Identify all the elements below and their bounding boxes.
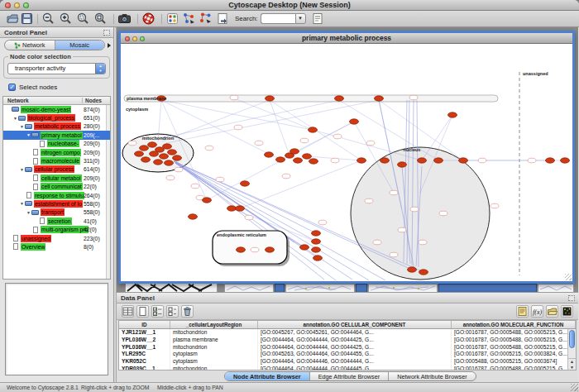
network-node[interactable] (418, 158, 427, 163)
tab-node-attribute-browser[interactable]: Node Attribute Browser (225, 372, 310, 380)
select-nodes-checkbox[interactable]: ✓ (8, 84, 16, 91)
tree-row-primary-metabol[interactable]: ▼primary metabol209(... (3, 131, 110, 139)
network-node[interactable] (203, 198, 212, 203)
window-resize-grip[interactable] (565, 274, 572, 280)
network-node-minor[interactable] (216, 177, 224, 182)
tab-network-attribute-browser[interactable]: Network Attribute Browser (389, 372, 475, 380)
network-node-minor[interactable] (490, 203, 499, 208)
network-node[interactable] (312, 239, 321, 244)
network-node[interactable] (434, 158, 443, 163)
column-header[interactable]: annotation.GO CELLULAR_COMPONENT (258, 321, 452, 328)
network-node[interactable] (189, 214, 198, 219)
network-node[interactable] (160, 154, 169, 159)
background-window-fragment[interactable] (438, 284, 537, 292)
network-node[interactable] (141, 157, 151, 162)
network-node[interactable] (290, 149, 299, 154)
network-node-minor[interactable] (439, 211, 447, 216)
network-node[interactable] (335, 96, 344, 101)
tree-row-macromolecule[interactable]: macromolecule311(0) (3, 156, 110, 165)
tree-row-establishment-of-lo[interactable]: ▼establishment of lo558(0) (3, 199, 110, 208)
zoom-out-icon[interactable] (41, 12, 55, 26)
tree-expander-icon[interactable]: ▼ (19, 201, 25, 206)
network-node[interactable] (375, 96, 384, 101)
network-node[interactable] (266, 247, 275, 252)
network-node[interactable] (398, 162, 407, 167)
zoom-fit-network-icon[interactable] (93, 12, 108, 26)
network-node[interactable] (312, 231, 321, 236)
function-builder-icon[interactable]: f(x) (531, 305, 543, 318)
background-window-fragment[interactable] (224, 284, 274, 292)
minimize-button[interactable] (14, 2, 20, 8)
network-node[interactable] (165, 160, 174, 165)
tree-column-network[interactable]: Network (7, 98, 29, 103)
open-file-icon[interactable] (6, 12, 20, 26)
network-node-minor[interactable] (205, 146, 213, 151)
tree-row-metabolic-process[interactable]: ▼metabolic process280(0) (3, 122, 110, 131)
tree-expander-icon[interactable]: ▼ (26, 210, 31, 215)
network-node-minor[interactable] (255, 141, 263, 146)
zoom-selected-region-icon[interactable] (76, 12, 90, 26)
tree-expander-icon[interactable]: ▼ (19, 124, 25, 129)
close-button[interactable] (125, 36, 130, 41)
table-scrollbar-arrows[interactable]: ▲▼ (568, 358, 576, 370)
network-node[interactable] (173, 155, 182, 160)
help-icon[interactable] (141, 12, 156, 26)
network-node[interactable] (380, 158, 390, 163)
network-node[interactable] (459, 158, 468, 163)
network-node-minor[interactable] (245, 215, 253, 220)
node-color-dropdown[interactable]: transporter activity ▲▼ (7, 63, 106, 74)
attribute-page-icon[interactable] (311, 12, 325, 26)
background-window-fragment[interactable] (275, 284, 285, 292)
network-node[interactable] (350, 119, 359, 124)
network-node[interactable] (561, 158, 570, 163)
network-node-minor[interactable] (318, 220, 327, 225)
network-node[interactable] (237, 247, 246, 252)
network-node[interactable] (135, 151, 144, 156)
tab-overflow-arrow-icon[interactable] (108, 43, 111, 48)
column-header[interactable]: _cellularLayoutRegion (170, 321, 258, 328)
import-attributes-icon[interactable] (546, 305, 558, 318)
network-node[interactable] (163, 144, 172, 149)
tree-row-nitrogen-compo[interactable]: nitrogen compo209(0) (3, 148, 110, 156)
maximize-button[interactable] (140, 36, 145, 41)
network-node-minor[interactable] (478, 158, 486, 163)
network-node[interactable] (312, 247, 321, 252)
network-node[interactable] (148, 142, 157, 147)
select-attributes-icon[interactable] (151, 305, 164, 318)
network-node[interactable] (313, 256, 323, 261)
network-node-minor[interactable] (282, 174, 290, 179)
tab-mosaic[interactable]: Mosaic (55, 41, 105, 50)
network-node-minor[interactable] (333, 134, 342, 139)
background-window-fragment[interactable] (538, 284, 574, 292)
birdseye-view-panel[interactable] (5, 283, 108, 375)
network-node-minor[interactable] (410, 207, 419, 212)
close-button[interactable] (5, 2, 11, 8)
tree-row-transport[interactable]: ▼transport558(0) (3, 208, 110, 217)
column-header[interactable]: ID (119, 321, 170, 328)
network-node[interactable] (227, 206, 237, 211)
tab-network[interactable]: Network (5, 41, 55, 50)
table-row[interactable]: YJR121W__1mitochondrion[GO:0045267, GO:0… (119, 329, 576, 337)
network-canvas[interactable]: plasma membranecytoplasmmitochondrionnuc… (121, 44, 572, 281)
layout-network-b-icon[interactable] (199, 12, 213, 26)
tree-expander-icon[interactable]: ▼ (26, 132, 31, 137)
tree-row-biological-process[interactable]: ▼biological_process651(0) (3, 113, 110, 122)
network-node-minor[interactable] (300, 138, 309, 143)
take-snapshot-icon[interactable] (117, 12, 132, 26)
tree-expander-icon[interactable]: ▼ (12, 116, 18, 121)
network-node-minor[interactable] (191, 184, 199, 189)
network-node-minor[interactable] (234, 125, 242, 130)
network-node[interactable] (266, 96, 275, 101)
search-dropdown-arrow-icon[interactable]: ▼ (295, 13, 306, 24)
background-window-fragment[interactable] (356, 284, 367, 292)
network-node[interactable] (236, 206, 245, 211)
network-node[interactable] (140, 146, 149, 151)
network-node-minor[interactable] (373, 240, 381, 245)
network-node[interactable] (309, 159, 318, 164)
network-tree-header[interactable]: Network Nodes (3, 97, 110, 105)
table-row[interactable]: YLR295Ccytoplasm[GO:0045263, GO:0044464,… (119, 351, 576, 358)
network-node-minor[interactable] (251, 247, 259, 252)
attribute-matrix-icon[interactable] (561, 305, 573, 318)
window-resize-grip[interactable] (571, 384, 578, 391)
float-panel-icon[interactable] (103, 30, 110, 36)
